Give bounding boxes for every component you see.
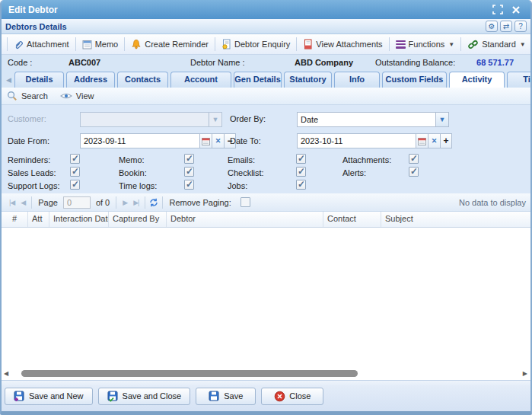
swap-arrows-icon: ⇄	[503, 23, 509, 30]
chevron-down-icon: ▼	[435, 113, 448, 126]
gear-icon: ⚙	[489, 23, 495, 30]
tab-ti-cutoff[interactable]: Ti	[507, 72, 530, 88]
close-icon	[511, 5, 521, 14]
standard-label: Standard	[482, 40, 516, 49]
first-page-button[interactable]: |◀	[6, 199, 18, 206]
order-by-label: Order By:	[230, 114, 266, 123]
attachments-checkbox[interactable]	[409, 154, 419, 164]
attachment-button[interactable]: Attachment	[10, 38, 73, 51]
checklist-checkbox[interactable]	[296, 167, 306, 177]
date-to-input[interactable]	[297, 133, 416, 148]
tab-statutory[interactable]: Statutory	[284, 72, 332, 88]
save-close-icon	[107, 391, 119, 402]
toolbar-separator	[215, 37, 215, 51]
tab-details[interactable]: Details	[14, 72, 64, 88]
clear-date-icon[interactable]: ✕	[212, 133, 224, 148]
search-button[interactable]: Search	[7, 91, 48, 101]
titlebar: Edit Debtor	[2, 0, 530, 19]
toolbar-separator	[7, 37, 8, 51]
tab-gen-details[interactable]: Gen Details	[234, 72, 282, 88]
last-page-button[interactable]: ▶|	[130, 199, 142, 206]
toggle-layout-button[interactable]: ⇄	[500, 21, 512, 32]
debtor-name-label: Debtor Name :	[190, 58, 245, 67]
close-circle-icon	[274, 391, 285, 402]
toolbar-separator	[296, 37, 297, 51]
checklist-label: Checklist:	[228, 168, 264, 177]
tab-scroll-left-button[interactable]: ◀	[3, 72, 14, 88]
maximize-icon	[492, 5, 503, 14]
support-logs-checkbox[interactable]	[70, 180, 80, 190]
jobs-label: Jobs:	[228, 181, 247, 190]
create-reminder-button[interactable]: Create Reminder	[127, 37, 212, 51]
column-header-captured-by[interactable]: Captured By	[109, 212, 167, 227]
chevron-down-icon: ▼	[520, 41, 526, 48]
close-window-button[interactable]	[508, 3, 524, 17]
maximize-button[interactable]	[490, 3, 505, 17]
column-header-number[interactable]: #	[2, 212, 28, 227]
footer-bar: Save and New Save and Close Save Close	[2, 380, 530, 411]
view-button[interactable]: View	[60, 91, 94, 101]
settings-gear-button[interactable]: ⚙	[486, 21, 498, 32]
save-disk-icon	[209, 391, 220, 402]
create-reminder-label: Create Reminder	[145, 40, 209, 49]
bell-icon	[131, 39, 142, 49]
functions-label: Functions	[409, 40, 445, 49]
outstanding-balance-value: 68 571.77	[476, 58, 514, 67]
order-by-combo[interactable]: Date ▼	[297, 112, 449, 127]
view-attachments-label: View Attachments	[316, 40, 382, 49]
column-header-att[interactable]: Att	[28, 212, 49, 227]
column-header-debtor[interactable]: Debtor	[167, 212, 323, 227]
page-number-input[interactable]	[63, 196, 91, 209]
tab-account-details[interactable]: Account Details	[170, 72, 231, 88]
sales-leads-checkbox[interactable]	[70, 167, 80, 177]
calendar-icon[interactable]	[416, 133, 428, 148]
paging-separator	[145, 196, 145, 209]
memo-button[interactable]: Memo	[78, 38, 123, 51]
scrollbar-thumb[interactable]	[21, 370, 358, 377]
remove-paging-checkbox[interactable]	[241, 197, 250, 207]
functions-menu-button[interactable]: Functions ▼	[392, 38, 459, 50]
tab-address[interactable]: Address	[66, 72, 115, 88]
horizontal-scrollbar[interactable]: ◀ ▶	[2, 368, 530, 379]
memo-checkbox[interactable]	[184, 154, 194, 164]
eye-icon	[60, 91, 72, 101]
tab-custom-fields[interactable]: Custom Fields	[382, 72, 447, 88]
alerts-checkbox[interactable]	[409, 167, 419, 177]
emails-checkbox[interactable]	[296, 154, 306, 164]
next-page-button[interactable]: ▶	[119, 199, 130, 206]
close-footer-button[interactable]: Close	[261, 388, 323, 405]
standard-menu-button[interactable]: Standard ▼	[464, 38, 530, 51]
tab-info[interactable]: Info	[334, 72, 380, 88]
toolbar-separator	[460, 37, 461, 51]
tab-contacts[interactable]: Contacts	[117, 72, 168, 88]
scroll-right-arrow-icon[interactable]: ▶	[523, 370, 527, 377]
date-from-input[interactable]	[80, 133, 199, 148]
memo-icon	[82, 40, 92, 49]
debtor-enquiry-button[interactable]: Debtor Enquiry	[218, 37, 294, 51]
jobs-checkbox[interactable]	[296, 180, 306, 190]
column-header-interaction-date[interactable]: Interaction Date	[49, 212, 109, 227]
help-icon: ?	[518, 23, 523, 30]
date-from-field: ✕ −	[80, 133, 236, 148]
time-logs-checkbox[interactable]	[184, 180, 194, 190]
main-toolbar: Attachment Memo Create Reminder Debtor E…	[2, 34, 530, 55]
tab-activity[interactable]: Activity	[449, 72, 505, 88]
activity-toolbar: Search View	[2, 88, 530, 105]
activity-tab-panel: Search View Customer: ▼ Order By: Date ▼…	[2, 88, 530, 380]
scroll-left-arrow-icon[interactable]: ◀	[4, 370, 8, 377]
calendar-icon[interactable]	[199, 133, 212, 148]
prev-page-button[interactable]: ◀	[18, 199, 28, 206]
save-button[interactable]: Save	[196, 388, 256, 405]
help-button[interactable]: ?	[514, 21, 527, 32]
plus-stepper-icon[interactable]: +	[440, 133, 452, 148]
save-and-close-button[interactable]: Save and Close	[98, 388, 191, 405]
column-header-subject[interactable]: Subject	[381, 212, 530, 227]
clear-date-icon[interactable]: ✕	[428, 133, 440, 148]
reminders-checkbox[interactable]	[70, 154, 80, 164]
save-and-new-button[interactable]: Save and New	[5, 388, 93, 405]
view-attachments-button[interactable]: View Attachments	[299, 37, 386, 51]
grid-header: # Att Interaction Date Captured By Debto…	[2, 212, 530, 228]
refresh-icon[interactable]	[148, 197, 159, 208]
column-header-contact[interactable]: Contact	[323, 212, 381, 227]
bookin-checkbox[interactable]	[184, 167, 194, 177]
